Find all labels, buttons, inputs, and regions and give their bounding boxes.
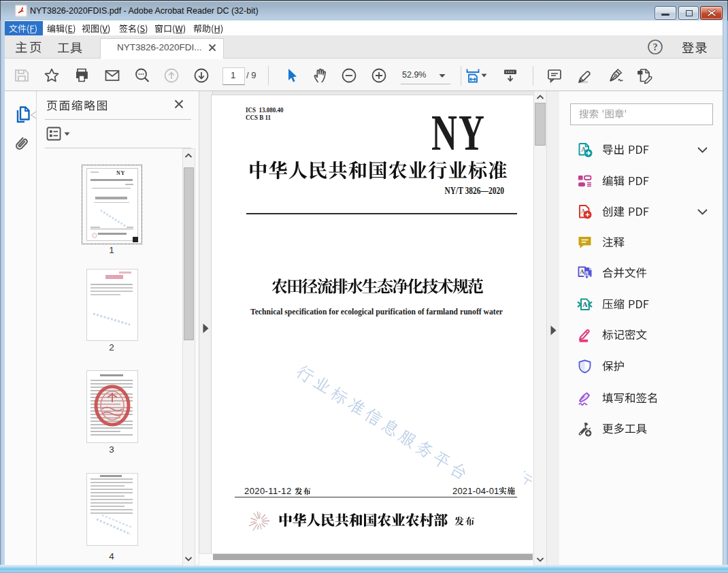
svg-text:?: ?	[653, 42, 658, 52]
svg-text:A: A	[580, 268, 584, 275]
svg-text:A: A	[582, 301, 588, 308]
